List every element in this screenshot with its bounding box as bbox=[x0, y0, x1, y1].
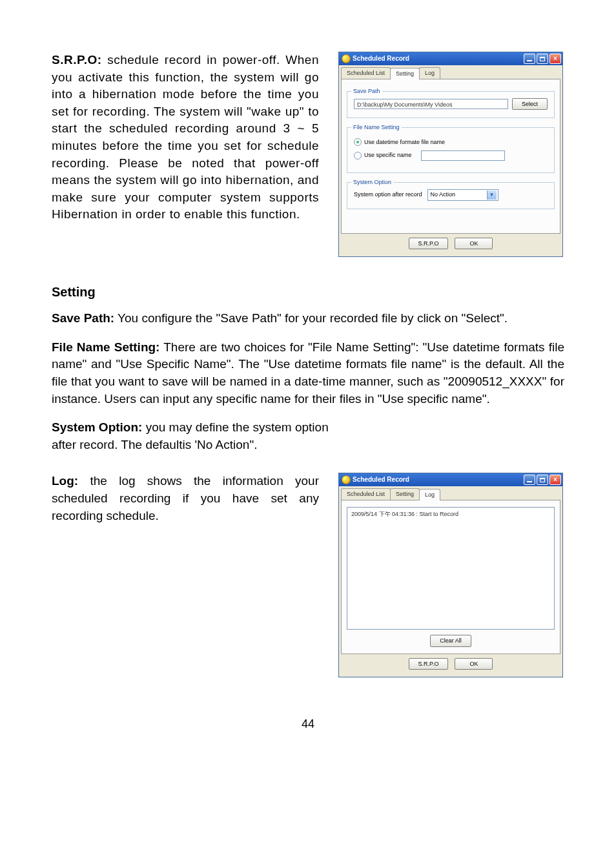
specific-name-input[interactable] bbox=[421, 150, 505, 161]
page-number: 44 bbox=[52, 716, 564, 732]
radio-datetime-label: Use datetime formate file name bbox=[364, 138, 445, 147]
tab-scheduled-list[interactable]: Scheduled List bbox=[341, 488, 391, 500]
close-button[interactable]: × bbox=[549, 475, 561, 485]
scheduled-record-log-window: Scheduled Record × Scheduled List Settin… bbox=[338, 473, 563, 677]
titlebar[interactable]: Scheduled Record × bbox=[339, 52, 562, 65]
save-path-fieldset: Save Path D:\backup\My Documents\My Vide… bbox=[347, 91, 555, 119]
setting-heading: Setting bbox=[52, 283, 564, 301]
close-icon: × bbox=[553, 56, 557, 62]
clear-all-button[interactable]: Clear All bbox=[430, 635, 471, 647]
srpo-paragraph: S.R.P.O: schedule record in power-off. W… bbox=[52, 52, 319, 235]
ok-button[interactable]: OK bbox=[455, 658, 493, 670]
titlebar[interactable]: Scheduled Record × bbox=[339, 473, 562, 486]
srpo-button[interactable]: S.R.P.O bbox=[409, 238, 449, 250]
save-path-legend: Save Path bbox=[351, 87, 382, 96]
file-name-setting-fieldset: File Name Setting Use datetime formate f… bbox=[347, 127, 555, 173]
close-icon: × bbox=[553, 477, 557, 483]
tab-setting[interactable]: Setting bbox=[390, 488, 420, 500]
tab-scheduled-list[interactable]: Scheduled List bbox=[341, 67, 391, 79]
system-option-select[interactable]: No Action ▼ bbox=[427, 189, 498, 201]
select-button[interactable]: Select bbox=[512, 98, 548, 110]
srpo-button[interactable]: S.R.P.O bbox=[409, 658, 449, 670]
system-option-label: System option after record bbox=[354, 190, 422, 199]
maximize-button[interactable] bbox=[537, 54, 548, 64]
close-button[interactable]: × bbox=[549, 54, 561, 64]
system-option-paragraph: System Option: you may define the system… bbox=[52, 419, 564, 453]
tab-strip: Scheduled List Setting Log bbox=[339, 486, 562, 500]
tab-log[interactable]: Log bbox=[419, 67, 440, 79]
system-icon bbox=[342, 54, 351, 63]
scheduled-record-setting-window: Scheduled Record × Scheduled List Settin… bbox=[338, 52, 563, 257]
chevron-down-icon: ▼ bbox=[487, 190, 497, 200]
system-icon bbox=[342, 475, 351, 484]
minimize-button[interactable] bbox=[524, 475, 535, 485]
radio-specific[interactable] bbox=[354, 152, 362, 160]
radio-specific-label: Use specific name bbox=[364, 151, 412, 160]
file-name-setting-paragraph: File Name Setting: There are two choices… bbox=[52, 339, 564, 407]
ok-button[interactable]: OK bbox=[455, 238, 493, 250]
log-textarea[interactable]: 2009/5/14 下午 04:31:36 : Start to Record bbox=[347, 507, 555, 630]
file-name-legend: File Name Setting bbox=[351, 123, 402, 132]
save-path-input[interactable]: D:\backup\My Documents\My Videos bbox=[354, 99, 508, 109]
tab-strip: Scheduled List Setting Log bbox=[339, 65, 562, 79]
save-path-paragraph: Save Path: You configure the "Save Path"… bbox=[52, 310, 564, 327]
srpo-label: S.R.P.O: bbox=[52, 53, 102, 67]
tab-setting[interactable]: Setting bbox=[390, 68, 420, 79]
maximize-button[interactable] bbox=[537, 475, 548, 485]
tab-log[interactable]: Log bbox=[419, 489, 440, 500]
log-paragraph: Log: the log shows the information your … bbox=[52, 473, 319, 524]
system-option-fieldset: System Option System option after record… bbox=[347, 182, 555, 209]
window-title: Scheduled Record bbox=[353, 475, 409, 484]
minimize-button[interactable] bbox=[524, 54, 535, 64]
window-title: Scheduled Record bbox=[353, 54, 409, 63]
radio-datetime[interactable] bbox=[354, 138, 362, 146]
system-option-legend: System Option bbox=[351, 178, 393, 187]
